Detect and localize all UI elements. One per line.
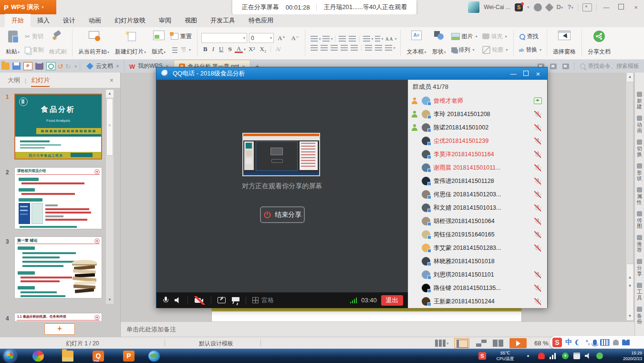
next-slide-icon[interactable]: ▼ [627,282,633,290]
slide-sorter-view-icon[interactable] [476,340,487,347]
member-row-9[interactable]: 胡桎强2018141501064 [408,214,547,228]
menu-tab-0[interactable]: 开始 [5,14,31,27]
scrollbar-thumb[interactable] [627,82,634,264]
design-template[interactable]: 默认设计模板 [199,340,233,348]
notes-toggle-icon[interactable] [435,340,446,347]
member-row-6[interactable]: 萱伟进2018141501128 [408,174,547,188]
member-row-0[interactable]: 曾维才老师 [408,94,547,107]
sidebar-item-7[interactable]: 分享 [637,259,642,277]
member-row-13[interactable]: 刘思琪2018141501101 [408,268,547,281]
muted-mic-icon[interactable] [534,124,541,131]
whiteboard-icon[interactable] [232,297,239,303]
minimize-button[interactable]: — [601,4,612,11]
close-button[interactable]: × [631,4,641,11]
qq-minimize-button[interactable]: — [507,70,519,77]
text-box-button[interactable]: A≡ 文本框▾ [404,29,429,58]
distribute-icon[interactable] [351,45,358,51]
scroll-down-icon[interactable]: ▼ [627,312,633,320]
previous-slide-icon[interactable]: ▲ [627,274,633,281]
sidebar-item-4[interactable]: 属性 [637,187,642,205]
taskbar-wps-icon[interactable]: P [123,351,135,362]
picture-button[interactable]: 图片▾ [450,32,479,42]
save-icon[interactable] [12,63,21,70]
format-painter-button[interactable]: 格式刷 [46,29,69,58]
qq-close-button[interactable]: × [532,70,544,78]
user-name[interactable]: Wei-Cai ... [484,4,510,11]
menu-tab-7[interactable]: 开发工具 [204,14,242,27]
chevron-down-icon[interactable]: ▾ [447,341,449,346]
font-color-button[interactable]: A [235,45,243,53]
member-row-2[interactable]: 陈诺2018141501002 [408,121,547,134]
member-badge-icon[interactable]: S [515,3,523,11]
document-tab-0[interactable]: 云文档× [82,60,125,73]
subscript-button[interactable]: X₂ [258,45,268,53]
redo-icon[interactable]: ↻ [65,63,71,70]
sidebar-item-6[interactable]: 推荐 [637,235,642,253]
section-button[interactable]: 节▾ [169,45,193,55]
tray-status-icon[interactable] [596,352,603,359]
sidebar-item-9[interactable]: 备份 [637,307,642,324]
close-icon[interactable]: × [110,76,114,84]
tray-alert-icon[interactable] [538,352,545,359]
chinese-mode-icon[interactable]: 中 [565,338,572,347]
font-family-select[interactable]: ▾ [201,33,247,43]
member-row-10[interactable]: 简钰佳2019151640165 [408,228,547,241]
user-avatar[interactable] [468,1,479,13]
align-left-icon[interactable] [311,45,318,51]
share-document-button[interactable]: 分享文档 [585,29,613,58]
start-button[interactable] [4,350,16,362]
member-row-1[interactable]: 李玲 2018141501208 [408,107,547,121]
sharing-screen-icon[interactable] [534,97,542,104]
normal-view-icon[interactable] [457,340,468,348]
account-icon[interactable] [613,340,619,345]
sidebar-item-1[interactable]: 动画 [637,116,642,133]
font-size-select[interactable]: 0▾ [249,33,274,43]
tray-volume-icon[interactable] [585,352,592,359]
cut-button[interactable]: ✂剪切 [23,32,45,42]
feedback-icon[interactable] [534,3,542,11]
increase-font-button[interactable]: A⁺ [276,34,287,43]
paragraph-space-before-icon[interactable] [375,45,382,51]
arrange-button[interactable]: 排列▾ [450,45,479,55]
exit-call-button[interactable]: 退出 [381,295,403,306]
zoom-level[interactable]: 68 % [534,340,549,347]
tab-slides[interactable]: 幻灯片 [31,76,50,87]
taskbar-browser-icon[interactable] [148,351,160,362]
export-pdf-icon[interactable]: P [23,62,32,70]
scrollbar-thumb[interactable] [106,98,113,156]
align-center-icon[interactable] [321,45,328,51]
voice-input-icon[interactable] [593,340,597,345]
sidebar-item-3[interactable]: 形状 [637,163,642,181]
play-from-current-button[interactable]: 从当前开始▾ [75,29,112,58]
muted-mic-icon[interactable] [534,111,541,118]
quickbar-dropdown-icon[interactable]: ▾ [74,64,77,69]
slide-thumbnail-4[interactable]: 1.1 食品分析的性质、任务和作用 [14,313,102,321]
muted-mic-icon[interactable] [534,218,541,225]
decrease-indent-icon[interactable] [339,36,346,42]
tray-expand-icon[interactable]: ▲ [526,353,530,358]
selection-pane-button[interactable]: 选择窗格 [550,29,579,58]
speaker-icon[interactable] [175,297,181,304]
tab-outline[interactable]: 大纲 [8,76,20,85]
sidebar-item-8[interactable]: 工具 [637,283,642,300]
canvas-scrollbar[interactable]: ▲ ▲ ▼ ▼ [626,73,634,320]
qq-window-titlebar[interactable]: QQ电话 - 2018级食品分析 — × [156,67,547,80]
member-row-7[interactable]: 何思佳 2018141501203... [408,188,547,201]
grid-view-icon[interactable] [252,297,259,303]
layout-button[interactable]: 版式▾ [149,29,168,58]
taskbar-clock[interactable]: 15:292020/2/23 [614,350,642,362]
slideshow-play-button[interactable] [509,338,527,348]
muted-mic-icon[interactable] [534,164,541,171]
fullwidth-moon-icon[interactable] [577,340,582,345]
add-slide-button[interactable]: + [44,323,75,335]
muted-mic-icon[interactable] [534,285,541,292]
forward-icon[interactable] [562,64,569,69]
menu-tab-8[interactable]: 特色应用 [242,14,280,27]
member-row-8[interactable]: 和文婧 2018141501013... [408,201,547,214]
chevron-down-icon[interactable]: ▾ [527,5,530,10]
tray-antivirus-icon[interactable]: + [562,352,569,359]
text-direction-icon[interactable] [363,36,370,42]
muted-mic-icon[interactable] [534,151,541,158]
sidebar-item-5[interactable]: 传图 [637,211,642,229]
slide-thumbnail-1[interactable]: 食品分析 Food Analysis 四川大学食品工程系 [14,94,102,160]
